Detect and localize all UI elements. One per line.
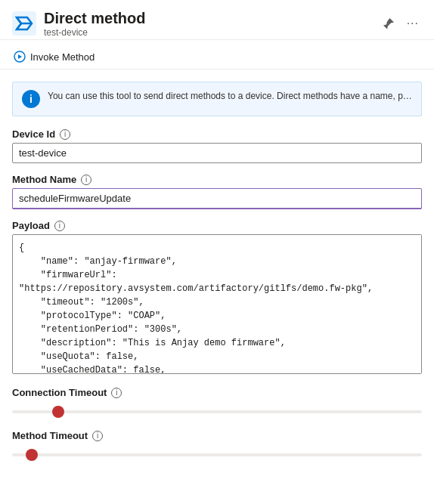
method-name-info-icon[interactable]: i [81, 175, 91, 185]
invoke-method-nav[interactable]: Invoke Method [12, 46, 96, 69]
device-id-input[interactable] [12, 143, 422, 163]
app-icon [12, 11, 36, 36]
device-id-info-icon[interactable]: i [60, 129, 70, 140]
nav-bar: Invoke Method [0, 40, 434, 69]
ellipsis-icon: ··· [407, 17, 419, 30]
payload-field-group: Payload i [12, 220, 422, 376]
connection-timeout-info-icon[interactable]: i [111, 388, 122, 398]
method-name-field-group: Method Name i [12, 174, 422, 209]
header: Direct method test-device ··· [0, 0, 434, 40]
invoke-method-label: Invoke Method [30, 51, 95, 63]
payload-textarea[interactable] [12, 234, 422, 374]
pin-button[interactable] [380, 14, 398, 32]
connection-timeout-slider[interactable] [12, 410, 422, 413]
method-timeout-label: Method Timeout i [12, 430, 422, 441]
payload-label: Payload i [12, 220, 422, 231]
info-banner: i You can use this tool to send direct m… [12, 82, 422, 116]
info-text: You can use this tool to send direct met… [48, 90, 412, 103]
title-group: Direct method test-device [44, 9, 372, 38]
method-name-input[interactable] [12, 188, 422, 209]
method-timeout-slider[interactable] [12, 453, 422, 456]
device-id-label: Device Id i [12, 128, 422, 140]
pin-icon [383, 17, 395, 29]
info-icon: i [22, 90, 40, 108]
page-title: Direct method [44, 9, 372, 27]
method-timeout-slider-container [12, 447, 422, 462]
connection-timeout-slider-container [12, 404, 422, 419]
connection-timeout-section: Connection Timeout i [12, 387, 422, 419]
method-timeout-info-icon[interactable]: i [92, 431, 103, 441]
header-actions: ··· [380, 14, 422, 33]
invoke-icon [14, 51, 26, 63]
payload-info-icon[interactable]: i [54, 221, 65, 231]
method-name-label: Method Name i [12, 174, 422, 185]
content: i You can use this tool to send direct m… [0, 70, 434, 485]
page-subtitle: test-device [44, 27, 372, 38]
device-id-field-group: Device Id i [12, 128, 422, 163]
connection-timeout-label: Connection Timeout i [12, 387, 422, 398]
more-options-button[interactable]: ··· [404, 14, 422, 33]
method-timeout-section: Method Timeout i [12, 430, 422, 462]
